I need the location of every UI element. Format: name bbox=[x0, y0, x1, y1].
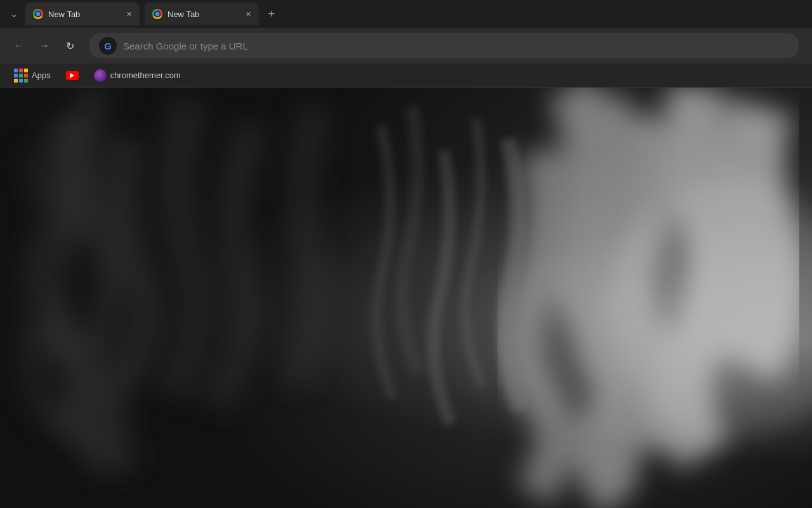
tab-2-favicon bbox=[152, 9, 162, 19]
forward-icon: → bbox=[39, 40, 49, 51]
tab-2-close-button[interactable]: ✕ bbox=[242, 8, 254, 20]
bookmark-youtube[interactable] bbox=[60, 67, 85, 84]
main-content bbox=[0, 88, 812, 508]
bookmark-apps[interactable]: Apps bbox=[8, 67, 57, 84]
tab-2[interactable]: New Tab ✕ bbox=[145, 3, 259, 25]
back-button[interactable]: ← bbox=[8, 34, 30, 57]
youtube-icon bbox=[66, 71, 79, 80]
refresh-icon: ↻ bbox=[66, 40, 74, 52]
new-tab-button[interactable]: + bbox=[261, 4, 282, 24]
address-placeholder: Search Google or type a URL bbox=[123, 41, 789, 51]
tab-1-close-button[interactable]: ✕ bbox=[123, 8, 134, 20]
tab-1-favicon bbox=[33, 9, 43, 19]
forward-button[interactable]: → bbox=[33, 34, 56, 57]
chromethemer-icon bbox=[94, 69, 107, 82]
tab-list-dropdown[interactable]: ⌄ bbox=[3, 3, 25, 25]
svg-point-2 bbox=[634, 253, 787, 405]
bookmarks-bar: Apps chromethemer.com bbox=[0, 64, 812, 88]
chevron-down-icon: ⌄ bbox=[10, 9, 18, 19]
nav-bar: ← → ↻ G Search Google or type a URL bbox=[0, 28, 812, 64]
chromethemer-label: chromethemer.com bbox=[110, 70, 181, 80]
google-logo-icon: G bbox=[99, 37, 117, 55]
refresh-button[interactable]: ↻ bbox=[58, 34, 81, 57]
tab-1-title: New Tab bbox=[48, 10, 118, 19]
back-icon: ← bbox=[14, 40, 24, 51]
tab-1[interactable]: New Tab ✕ bbox=[25, 3, 140, 25]
smoke-svg bbox=[0, 88, 812, 508]
apps-grid-icon bbox=[14, 69, 28, 83]
address-bar[interactable]: G Search Google or type a URL bbox=[89, 33, 799, 58]
tab-2-title: New Tab bbox=[167, 10, 237, 19]
tab-bar: ⌄ New Tab ✕ New Tab ✕ + bbox=[0, 0, 812, 28]
bookmark-chromethemer[interactable]: chromethemer.com bbox=[88, 67, 187, 84]
apps-label: Apps bbox=[32, 70, 51, 80]
